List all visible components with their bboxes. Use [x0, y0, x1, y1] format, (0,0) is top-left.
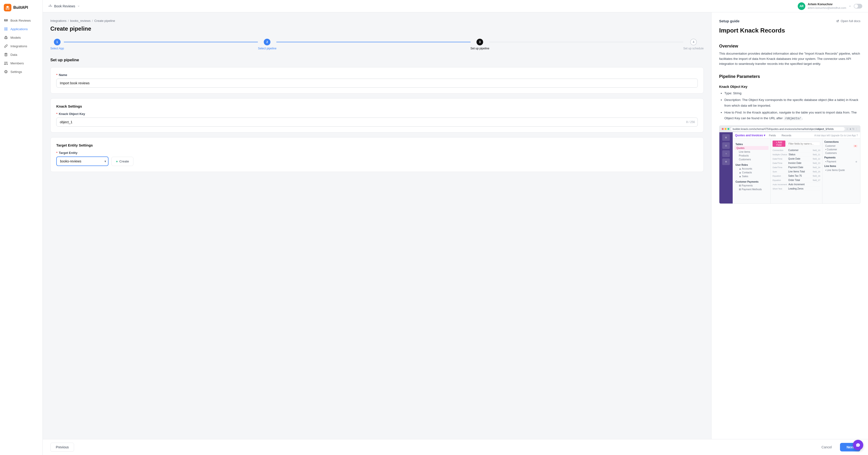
- setup-guide-label: Setup guide: [719, 19, 740, 23]
- chevron-down-icon: [77, 5, 80, 8]
- connector-2: [276, 42, 470, 42]
- knack-object-key-group: * Knack Object Key 8 / 256: [56, 112, 698, 127]
- section-title: Set up pipeline: [50, 58, 704, 62]
- logo-text: BuiltAPI: [13, 5, 28, 10]
- right-panel: Setup guide Open full docs Import Knack …: [711, 12, 868, 439]
- step-1-label: Select App: [50, 47, 64, 50]
- logo-icon: [4, 4, 11, 11]
- svg-point-1: [50, 4, 51, 5]
- docs-overview-title: Overview: [719, 44, 860, 49]
- docs-list-item-how: How to Find: In the Knack application, n…: [724, 110, 860, 121]
- user-email: artem.konuchov@wiredhut.com: [808, 6, 846, 10]
- target-entity-card: Target Entity Settings * Target Entity b…: [50, 137, 704, 172]
- user-info: Artem Konuchov artem.konuchov@wiredhut.c…: [808, 2, 846, 10]
- svg-point-2: [51, 6, 52, 6]
- docs-list-item-desc: Description: The Object Key corresponds …: [724, 97, 860, 109]
- avatar: AR: [798, 2, 805, 10]
- cancel-button[interactable]: Cancel: [816, 443, 837, 451]
- bottom-bar: Previous Cancel Next: [43, 439, 868, 455]
- users-icon: [4, 61, 8, 65]
- target-entity-label: * Target Entity: [56, 151, 698, 155]
- sidebar-label-applications: Applications: [10, 27, 28, 31]
- grid-icon: [4, 27, 8, 31]
- name-card: * Name: [50, 67, 704, 94]
- knack-object-key-input[interactable]: [56, 118, 698, 127]
- knack-topbar: Quotes and Invoices ▾ Fields Records A t…: [733, 132, 860, 139]
- sidebar-item-members[interactable]: Members: [0, 59, 42, 67]
- sidebar-item-data[interactable]: Data: [0, 50, 42, 59]
- connector-3: [489, 42, 683, 42]
- book-icon: [4, 18, 8, 23]
- sidebar-label-data: Data: [10, 53, 17, 57]
- step-2-label: Select pipeline: [258, 47, 276, 50]
- connector-1: [64, 42, 258, 42]
- workflow-icon: [49, 4, 52, 8]
- url-bar: builder.knack.com/schema/4754/quotes-and…: [731, 127, 845, 131]
- open-full-docs-link[interactable]: Open full docs: [836, 19, 860, 23]
- user-chevron-icon: [848, 5, 851, 8]
- name-label: * Name: [56, 73, 698, 77]
- database-icon: [4, 53, 8, 57]
- knack-mini-sidebar: ⊞ ◎ ⌗ ⚙: [719, 132, 733, 204]
- docs-pipeline-params-title: Pipeline Parameters: [719, 74, 860, 79]
- add-field-btn[interactable]: + Add Field: [773, 141, 785, 147]
- breadcrumb-integrations[interactable]: Integrations: [50, 19, 66, 23]
- step-3-circle: 3: [476, 39, 483, 46]
- name-input[interactable]: [56, 79, 698, 88]
- external-link-icon: [836, 20, 839, 23]
- sidebar-item-models[interactable]: Models: [0, 33, 42, 42]
- filter-fields-input[interactable]: [787, 142, 820, 146]
- sidebar: BuiltAPI Book Reviews Applications Model…: [0, 0, 43, 455]
- topbar-left: Book Reviews: [49, 4, 80, 8]
- docs-overview-text: This documentation provides detailed inf…: [719, 51, 860, 66]
- breadcrumb-books-reviews[interactable]: books_reviews: [70, 19, 91, 23]
- step-3-label: Set up pipeline: [471, 47, 489, 50]
- cube-icon: [4, 35, 8, 40]
- main-area: Book Reviews AR Artem Konuchov artem.kon…: [43, 0, 868, 455]
- sidebar-item-settings[interactable]: Settings: [0, 67, 42, 76]
- target-entity-select[interactable]: books-reviews: [56, 156, 108, 166]
- sidebar-label-models: Models: [10, 36, 21, 39]
- sidebar-item-applications[interactable]: Applications: [0, 25, 42, 33]
- knack-body: Tables Quotes Line items Products Custom…: [733, 139, 860, 204]
- svg-point-0: [49, 6, 50, 6]
- knack-content: ⊞ ◎ ⌗ ⚙ Quotes and Invoices ▾ Fields Rec…: [719, 132, 860, 204]
- breadcrumb: Integrations / books_reviews / Create pi…: [50, 19, 704, 23]
- docs-knack-object-key-list: Type: String Description: The Object Key…: [719, 90, 860, 122]
- step-4: 4 Set up schedule: [683, 39, 704, 50]
- toggle-switch[interactable]: [854, 4, 862, 8]
- content: Integrations / books_reviews / Create pi…: [43, 12, 868, 439]
- breadcrumb-current: Create pipeline: [94, 19, 115, 23]
- chat-fab[interactable]: [853, 440, 863, 450]
- knack-settings-title: Knack Settings: [56, 104, 698, 108]
- sidebar-item-book-reviews[interactable]: Book Reviews: [0, 16, 42, 25]
- knack-settings-card: Knack Settings * Knack Object Key 8 / 25…: [50, 98, 704, 132]
- logo-area: BuiltAPI: [0, 4, 42, 16]
- step-2: 2 Select pipeline: [258, 39, 276, 50]
- sidebar-label-settings: Settings: [10, 70, 22, 73]
- user-name: Artem Konuchov: [808, 2, 846, 6]
- target-entity-settings-title: Target Entity Settings: [56, 143, 698, 147]
- step-1-circle: 1: [54, 39, 61, 46]
- step-2-circle: 2: [264, 39, 271, 46]
- knack-tree: Tables Quotes Line items Products Custom…: [733, 139, 771, 204]
- previous-button[interactable]: Previous: [50, 443, 74, 452]
- topbar-user: AR Artem Konuchov artem.konuchov@wiredhu…: [798, 2, 862, 10]
- docs-list-item-type: Type: String: [724, 90, 860, 96]
- link-icon: [4, 44, 8, 48]
- knack-object-key-label: * Knack Object Key: [56, 112, 698, 116]
- sidebar-label-integrations: Integrations: [10, 44, 27, 48]
- step-4-circle: 4: [690, 39, 697, 46]
- sidebar-item-integrations[interactable]: Integrations: [0, 42, 42, 50]
- create-button[interactable]: + Create: [111, 157, 133, 166]
- docs-header: Setup guide Open full docs: [719, 19, 860, 23]
- name-group: * Name: [56, 73, 698, 88]
- sidebar-label-members: Members: [10, 61, 24, 65]
- knack-object-key-wrapper: 8 / 256: [56, 118, 698, 127]
- char-counter: 8 / 256: [686, 120, 695, 124]
- step-1: 1 Select App: [50, 39, 64, 50]
- target-entity-select-wrapper: books-reviews ▾: [56, 156, 108, 166]
- knack-screenshot: builder.knack.com/schema/4754/quotes-and…: [719, 125, 860, 204]
- target-entity-row: books-reviews ▾ + Create: [56, 156, 698, 166]
- knack-browser-bar: builder.knack.com/schema/4754/quotes-and…: [719, 126, 860, 132]
